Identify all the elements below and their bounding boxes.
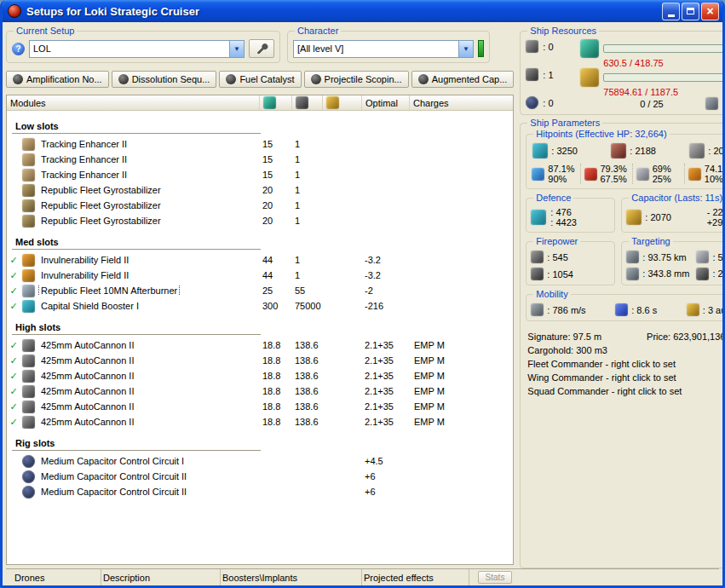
setup-tabs: Amplification No... Dissolution Sequ... … (6, 71, 514, 88)
module-name[interactable]: 425mm AutoCannon II (39, 401, 135, 412)
module-row[interactable]: ✓ Invulnerability Field II 44 1 -3.2 (7, 268, 513, 283)
module-name[interactable]: Republic Fleet Gyrostabilizer (39, 216, 163, 226)
module-active-check[interactable]: ✓ (7, 371, 20, 382)
turret-hardpoints: : 0 (543, 42, 553, 52)
module-name[interactable]: Capital Shield Booster I (39, 301, 141, 311)
module-active-check[interactable]: ✓ (7, 285, 20, 297)
module-row[interactable]: Medium Capacitor Control Circuit II +6 (7, 469, 513, 484)
module-active-check[interactable]: ✓ (7, 270, 20, 281)
module-optimal-value: +6 (361, 487, 409, 497)
module-row[interactable]: Tracking Enhancer II 15 1 (7, 152, 513, 167)
module-optimal-value: 2.1+35 (361, 401, 409, 412)
module-active-check[interactable]: ✓ (7, 401, 20, 412)
bottom-tab[interactable]: Projected effects (362, 569, 469, 585)
module-row[interactable]: ✓ 425mm AutoCannon II 18.8 138.6 2.1+35 … (7, 368, 513, 383)
module-name[interactable]: 425mm AutoCannon II (39, 386, 135, 396)
module-name[interactable]: 425mm AutoCannon II (39, 371, 135, 381)
module-row[interactable]: Medium Capacitor Control Circuit II +6 (7, 484, 513, 499)
module-name[interactable]: Tracking Enhancer II (39, 139, 129, 149)
module-charge[interactable]: EMP M (409, 340, 513, 350)
module-optimal-value: 2.1+35 (361, 386, 409, 396)
module-row[interactable]: Republic Fleet Gyrostabilizer 20 1 (7, 198, 513, 213)
fitting-tab[interactable]: Fuel Catalyst (219, 71, 301, 88)
current-setup-groupbox: Current Setup ? LOL ▼ (6, 31, 280, 63)
module-name[interactable]: Republic Fleet 10MN Afterburner (39, 285, 179, 296)
module-row[interactable]: ✓ 425mm AutoCannon II 18.8 138.6 2.1+35 … (7, 399, 513, 414)
minimize-button[interactable] (662, 3, 680, 20)
module-active-check[interactable]: ✓ (7, 386, 20, 397)
chevron-down-icon[interactable]: ▼ (229, 41, 244, 57)
targeting-range-icon (626, 251, 639, 263)
module-row[interactable]: ✓ Capital Shield Booster I 300 75000 -21… (7, 298, 513, 314)
chevron-down-icon[interactable]: ▼ (458, 41, 473, 57)
help-icon[interactable]: ? (12, 43, 25, 55)
firepower-groupbox: Firepower : 545 : 1054 (526, 241, 615, 285)
stats-button[interactable]: Stats (478, 571, 512, 584)
firepower-volley: : 1054 (547, 269, 573, 280)
module-active-check[interactable]: ✓ (7, 417, 20, 428)
module-row[interactable]: Medium Capacitor Control Circuit I +4.5 (7, 453, 513, 469)
targeting-groupbox: Targeting : 93.75 km : 5 : 343.8 mm : 29… (621, 241, 725, 285)
module-row[interactable]: ✓ Republic Fleet 10MN Afterburner 25 55 … (7, 283, 513, 298)
squad-commander-text[interactable]: Squad Commander - right click to set (527, 384, 725, 398)
targeting-range: : 93.75 km (642, 252, 686, 262)
em-resist-icon (532, 168, 544, 181)
module-name[interactable]: Invulnerability Field II (39, 255, 130, 265)
module-pg-value: 138.6 (291, 355, 361, 366)
module-name[interactable]: 425mm AutoCannon II (39, 340, 135, 350)
module-name[interactable]: Tracking Enhancer II (39, 170, 129, 180)
module-name[interactable]: Medium Capacitor Control Circuit I (39, 456, 186, 466)
volley-icon (531, 268, 544, 280)
module-row[interactable]: ✓ 425mm AutoCannon II 18.8 138.6 2.1+35 … (7, 337, 513, 353)
module-name[interactable]: 425mm AutoCannon II (39, 417, 135, 427)
module-charge[interactable]: EMP M (409, 386, 513, 396)
current-setup-combobox[interactable]: LOL ▼ (29, 40, 245, 58)
module-charge[interactable]: EMP M (409, 355, 513, 366)
tracking-enhancer-icon (22, 138, 35, 151)
wing-commander-text[interactable]: Wing Commander - right click to set (527, 371, 725, 384)
module-name[interactable]: Medium Capacitor Control Circuit II (39, 471, 188, 481)
module-active-check[interactable]: ✓ (7, 301, 20, 312)
fitting-tab[interactable]: Augmented Cap... (411, 71, 515, 88)
module-active-check[interactable]: ✓ (7, 355, 20, 366)
module-name[interactable]: Republic Fleet Gyrostabilizer (39, 185, 163, 195)
module-row[interactable]: ✓ 425mm AutoCannon II 18.8 138.6 2.1+35 … (7, 414, 513, 429)
module-charge[interactable]: EMP M (409, 417, 513, 427)
module-name[interactable]: 425mm AutoCannon II (39, 355, 135, 366)
module-name[interactable]: Invulnerability Field II (39, 270, 130, 280)
setup-tools-button[interactable] (249, 39, 274, 58)
bottom-tab[interactable]: Description (101, 569, 221, 585)
module-cpu-value: 18.8 (259, 371, 291, 381)
module-name[interactable]: Tracking Enhancer II (39, 154, 129, 164)
fitting-tab[interactable]: Amplification No... (6, 71, 109, 88)
character-combobox[interactable]: [All level V] ▼ (293, 40, 474, 58)
module-active-check[interactable]: ✓ (7, 255, 20, 266)
fleet-commander-text[interactable]: Fleet Commander - right click to set (527, 357, 725, 371)
titlebar[interactable]: Setups for Loki Strategic Cruiser × (3, 0, 722, 22)
module-charge[interactable]: EMP M (409, 401, 513, 412)
module-name[interactable]: Republic Fleet Gyrostabilizer (39, 200, 163, 210)
close-button[interactable]: × (701, 3, 719, 20)
module-row[interactable]: ✓ 425mm AutoCannon II 18.8 138.6 2.1+35 … (7, 383, 513, 399)
modules-table-header: Modules Optimal Charges (7, 95, 513, 111)
module-row[interactable]: Republic Fleet Gyrostabilizer 20 1 (7, 213, 513, 228)
module-cpu-value: 15 (259, 139, 291, 149)
module-row[interactable]: Republic Fleet Gyrostabilizer 20 1 (7, 182, 513, 198)
fitting-tab[interactable]: Dissolution Sequ... (112, 71, 217, 88)
autocannon-icon (22, 385, 35, 398)
warp-speed-icon (687, 303, 699, 316)
module-active-check[interactable]: ✓ (7, 340, 20, 351)
bottom-tab[interactable]: Drones (13, 569, 101, 585)
module-row[interactable]: ✓ 425mm AutoCannon II 18.8 138.6 2.1+35 … (7, 353, 513, 368)
fitting-tab[interactable]: Projectile Scopin... (304, 71, 409, 88)
module-row[interactable]: Tracking Enhancer II 15 1 (7, 136, 513, 152)
capacitor-groupbox: Capacitor (Lasts: 11s) : 2070 - 224.4 +2… (621, 198, 725, 233)
module-row[interactable]: ✓ Invulnerability Field II 44 1 -3.2 (7, 252, 513, 268)
bottom-tab[interactable]: Boosters\Implants (221, 569, 362, 585)
mobility-groupbox: Mobility : 786 m/s : 8.6 s : 3 au/s (526, 294, 725, 321)
autocannon-icon (22, 339, 35, 352)
module-name[interactable]: Medium Capacitor Control Circuit II (39, 487, 188, 497)
module-charge[interactable]: EMP M (409, 371, 513, 381)
module-row[interactable]: Tracking Enhancer II 15 1 (7, 167, 513, 182)
maximize-button[interactable] (682, 3, 699, 20)
